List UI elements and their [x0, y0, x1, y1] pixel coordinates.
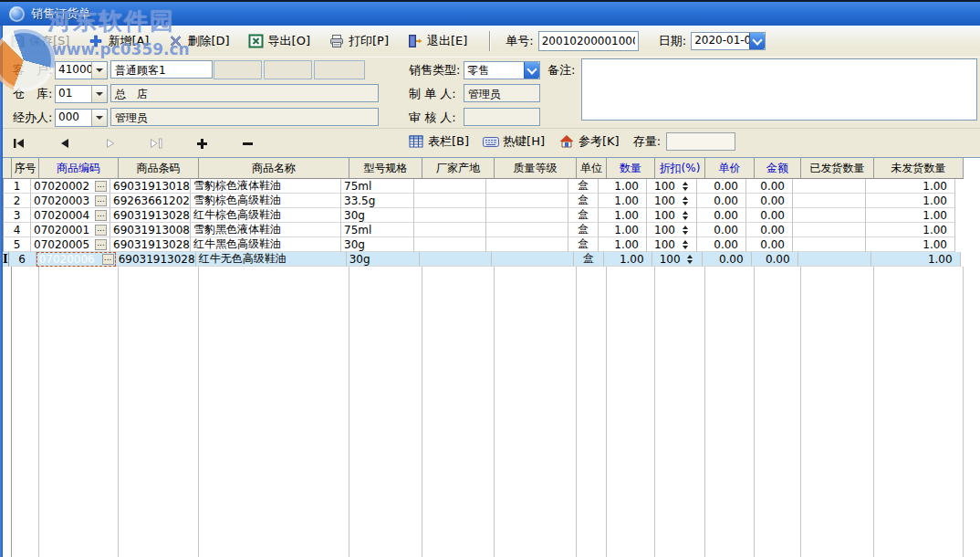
insert-record-button[interactable]	[190, 132, 214, 154]
customer-name-field[interactable]: 普通顾客1	[110, 60, 213, 79]
cell-code[interactable]: 07020003...	[31, 194, 110, 208]
cell-spec[interactable]: 75ml	[341, 223, 414, 237]
cell-grade[interactable]	[486, 179, 568, 194]
handler-combo[interactable]: 000	[55, 109, 108, 127]
cell-shipped[interactable]	[793, 223, 866, 237]
cell-code[interactable]: 07020005...	[31, 237, 110, 252]
cell-spec[interactable]: 30g	[341, 208, 414, 223]
hotkeys-button[interactable]: 热键[H]	[483, 133, 545, 150]
cell-unshipped[interactable]: 1.00	[866, 208, 955, 223]
cell-barcode[interactable]: 6926366120210	[110, 194, 191, 208]
cell-name[interactable]: 红牛无色高级鞋油	[196, 252, 347, 267]
cell-unit[interactable]: 盒	[568, 194, 599, 208]
date-dropdown-button[interactable]	[749, 33, 765, 49]
cell-discount[interactable]: 100	[647, 223, 697, 237]
cell-shipped[interactable]	[793, 208, 866, 223]
cell-unit[interactable]: 盒	[568, 223, 599, 237]
sale-type-combo[interactable]: 零售	[464, 61, 540, 79]
prev-record-button[interactable]	[53, 132, 77, 154]
cell-no[interactable]: 2	[4, 194, 31, 208]
cell-spec[interactable]: 30g	[347, 252, 420, 267]
cell-no[interactable]: 1	[4, 179, 31, 194]
cell-amount[interactable]: 0.00	[746, 194, 793, 208]
cell-code[interactable]: 07020002...	[31, 179, 110, 194]
cell-amount[interactable]: 0.00	[746, 208, 793, 223]
warehouse-dropdown-button[interactable]	[91, 86, 107, 102]
cell-unshipped[interactable]: 1.00	[866, 237, 955, 252]
cell-unshipped[interactable]: 1.00	[866, 179, 955, 194]
cell-price[interactable]: 0.00	[703, 252, 752, 267]
delete-record-button[interactable]	[235, 132, 259, 154]
cell-amount[interactable]: 0.00	[746, 179, 793, 194]
cell-factory[interactable]	[414, 237, 486, 252]
cell-shipped[interactable]	[798, 252, 871, 267]
discount-spinner[interactable]	[681, 239, 689, 250]
columns-button[interactable]: 表栏[B]	[408, 133, 469, 150]
cell-price[interactable]: 0.00	[697, 237, 746, 252]
cell-code[interactable]: 07020001...	[31, 223, 110, 237]
cell-unshipped[interactable]: 1.00	[866, 194, 955, 208]
customer-combo[interactable]: 410001	[55, 61, 108, 79]
cell-shipped[interactable]	[793, 179, 866, 194]
cell-discount[interactable]: 100	[652, 252, 703, 267]
cell-grade[interactable]	[486, 237, 568, 252]
discount-spinner[interactable]	[681, 181, 689, 192]
handler-dropdown-button[interactable]	[91, 110, 107, 126]
lookup-dots-button[interactable]: ...	[102, 254, 114, 265]
cell-unit[interactable]: 盒	[568, 237, 599, 252]
cell-amount[interactable]: 0.00	[746, 237, 793, 252]
cell-spec[interactable]: 33.5g	[341, 194, 414, 208]
cell-no[interactable]: 5	[4, 237, 31, 252]
cell-shipped[interactable]	[793, 237, 866, 252]
cell-name[interactable]: 雪豹棕色液体鞋油	[191, 179, 341, 194]
cell-qty[interactable]: 1.00	[599, 194, 647, 208]
warehouse-combo[interactable]: 01	[55, 85, 108, 103]
delete-button[interactable]: 删除[D]	[167, 33, 229, 49]
cell-amount[interactable]: 0.00	[752, 252, 798, 267]
customer-dropdown-button[interactable]	[91, 62, 107, 79]
cell-barcode[interactable]: 6903191300888	[110, 223, 191, 237]
cell-discount[interactable]: 100	[647, 194, 697, 208]
cell-name[interactable]: 红牛棕色高级鞋油	[191, 208, 341, 223]
lookup-dots-button[interactable]: ...	[95, 195, 107, 206]
cell-unit[interactable]: 盒	[574, 252, 604, 267]
cell-qty[interactable]: 1.00	[599, 223, 647, 237]
lookup-dots-button[interactable]: ...	[95, 239, 107, 250]
cell-factory[interactable]	[414, 223, 486, 237]
print-button[interactable]: 打印[P]	[328, 33, 389, 49]
lookup-dots-button[interactable]: ...	[95, 181, 107, 192]
first-record-button[interactable]	[7, 132, 31, 154]
cell-factory[interactable]	[420, 252, 492, 267]
reference-button[interactable]: 参考[K]	[558, 133, 620, 150]
lookup-dots-button[interactable]: ...	[95, 225, 107, 236]
cell-amount[interactable]: 0.00	[746, 223, 793, 237]
cell-no[interactable]: 3	[4, 208, 31, 223]
cell-grade[interactable]	[486, 194, 568, 208]
cell-discount[interactable]: 100	[647, 208, 697, 223]
cell-price[interactable]: 0.00	[697, 179, 746, 194]
cell-spec[interactable]: 75ml	[341, 179, 414, 194]
cell-price[interactable]: 0.00	[697, 223, 746, 237]
cell-qty[interactable]: 1.00	[599, 179, 647, 194]
cell-price[interactable]: 0.00	[697, 208, 746, 223]
save-button[interactable]: 保存[S]	[9, 33, 69, 49]
sale-type-dropdown-button[interactable]	[524, 62, 539, 79]
discount-spinner[interactable]	[686, 254, 694, 265]
cell-barcode[interactable]: 6903191302851	[116, 252, 196, 267]
cell-qty[interactable]: 1.00	[599, 237, 647, 252]
cell-discount[interactable]: 100	[647, 179, 697, 194]
cell-grade[interactable]	[486, 208, 568, 223]
date-combo[interactable]: 2020-01-02	[691, 32, 766, 50]
cell-qty[interactable]: 1.00	[599, 208, 647, 223]
cell-no[interactable]: 4	[4, 223, 31, 237]
cell-code[interactable]: 07020004...	[31, 208, 110, 223]
cell-discount[interactable]: 100	[647, 237, 697, 252]
cell-factory[interactable]	[414, 179, 486, 194]
cell-unshipped[interactable]: 1.00	[866, 223, 955, 237]
cell-grade[interactable]	[492, 252, 574, 267]
export-button[interactable]: 导出[O]	[248, 33, 310, 49]
cell-unit[interactable]: 盒	[568, 208, 599, 223]
cell-shipped[interactable]	[793, 194, 866, 208]
remark-textarea[interactable]	[581, 58, 977, 121]
cell-name[interactable]: 雪豹棕色高级鞋油	[191, 194, 341, 208]
